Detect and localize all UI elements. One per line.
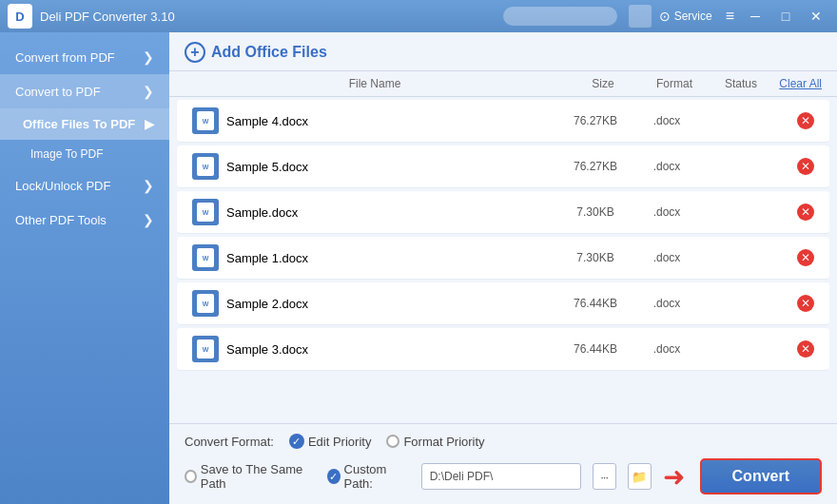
- clear-all-button[interactable]: Clear All: [774, 77, 822, 90]
- table-body: W Sample 4.docx 76.27KB .docx ✕ W Sample…: [169, 100, 837, 371]
- file-size: 76.44KB: [557, 342, 633, 356]
- docx-icon: W: [197, 294, 214, 313]
- sidebar-item-convert-to-pdf[interactable]: Convert to PDF ❯: [0, 74, 169, 108]
- file-table: File Name Size Format Status Clear All W…: [169, 71, 837, 423]
- file-icon: W: [192, 336, 219, 362]
- table-row: W Sample 3.docx 76.44KB .docx ✕: [177, 328, 829, 371]
- avatar: [629, 5, 652, 28]
- maximize-button[interactable]: □: [772, 6, 799, 27]
- sidebar-item-office-files-to-pdf[interactable]: Office Files To PDF ▶: [0, 108, 169, 140]
- remove-icon[interactable]: ✕: [797, 204, 814, 221]
- file-format: .docx: [633, 205, 700, 219]
- file-name-cell: W Sample 2.docx: [192, 290, 557, 317]
- file-name: Sample 2.docx: [226, 297, 308, 311]
- service-icon: ⊙: [659, 9, 671, 24]
- file-icon: W: [192, 290, 219, 317]
- col-header-name: File Name: [185, 77, 565, 90]
- custom-path-checkbox[interactable]: ✓: [327, 469, 341, 484]
- file-icon: W: [192, 107, 219, 134]
- folder-button[interactable]: 📁: [628, 463, 652, 490]
- file-format: .docx: [633, 342, 700, 356]
- custom-path-label: Custom Path:: [344, 462, 410, 491]
- folder-icon: 📁: [632, 470, 647, 484]
- table-row: W Sample.docx 7.30KB .docx ✕: [177, 191, 829, 234]
- remove-icon[interactable]: ✕: [797, 340, 814, 358]
- docx-icon: W: [197, 111, 214, 130]
- docx-icon: W: [197, 339, 214, 359]
- col-header-status: Status: [708, 77, 774, 90]
- table-row: W Sample 5.docx 76.27KB .docx ✕: [177, 145, 829, 188]
- arrow-right-icon: ➜: [663, 461, 685, 493]
- content-header: + Add Office Files: [169, 32, 837, 71]
- file-size: 76.27KB: [557, 114, 633, 127]
- custom-path-input[interactable]: [421, 463, 581, 490]
- dots-icon: ···: [600, 470, 608, 484]
- service-button[interactable]: ⊙ Service: [659, 9, 712, 24]
- browse-button[interactable]: ···: [593, 463, 616, 490]
- file-name-cell: W Sample 1.docx: [192, 244, 557, 271]
- menu-icon[interactable]: ≡: [726, 8, 734, 25]
- remove-icon[interactable]: ✕: [797, 158, 814, 175]
- file-icon: W: [192, 153, 219, 180]
- save-same-path-option[interactable]: Save to The Same Path: [185, 462, 316, 491]
- remove-icon[interactable]: ✕: [797, 295, 814, 312]
- add-files-button[interactable]: + Add Office Files: [185, 42, 327, 63]
- titlebar-controls: ⊙ Service ≡ ─ □ ✕: [503, 5, 829, 28]
- file-name: Sample 5.docx: [226, 160, 308, 174]
- sidebar-item-other-pdf-tools[interactable]: Other PDF Tools ❯: [0, 203, 169, 237]
- search-bar: [503, 7, 617, 26]
- remove-file-button[interactable]: ✕: [767, 249, 814, 266]
- table-row: W Sample 2.docx 76.44KB .docx ✕: [177, 282, 829, 325]
- sidebar-item-image-to-pdf[interactable]: Image To PDF: [0, 140, 169, 168]
- file-name: Sample 4.docx: [226, 114, 308, 128]
- file-icon: W: [192, 244, 219, 271]
- chevron-down-icon: ❯: [143, 212, 154, 227]
- docx-icon: W: [197, 157, 214, 176]
- close-button[interactable]: ✕: [803, 6, 829, 27]
- save-same-path-radio[interactable]: [185, 470, 197, 483]
- sidebar-item-lock-unlock-pdf[interactable]: Lock/Unlock PDF ❯: [0, 168, 169, 203]
- file-size: 76.27KB: [557, 160, 633, 173]
- minimize-button[interactable]: ─: [742, 6, 769, 27]
- remove-icon[interactable]: ✕: [797, 249, 814, 266]
- sidebar: Convert from PDF ❯ Convert to PDF ❯ Offi…: [0, 32, 169, 504]
- docx-icon: W: [197, 203, 214, 222]
- chevron-down-icon: ❯: [143, 49, 154, 65]
- arrow-right-icon: ▶: [145, 117, 154, 131]
- app-logo: D: [8, 4, 32, 29]
- remove-file-button[interactable]: ✕: [767, 112, 814, 129]
- remove-file-button[interactable]: ✕: [767, 204, 814, 221]
- remove-file-button[interactable]: ✕: [767, 295, 814, 312]
- file-format: .docx: [633, 160, 700, 173]
- sidebar-item-convert-from-pdf[interactable]: Convert from PDF ❯: [0, 40, 169, 74]
- format-priority-radio[interactable]: [386, 435, 399, 448]
- file-size: 7.30KB: [557, 205, 633, 219]
- edit-priority-option[interactable]: ✓ Edit Priority: [289, 434, 371, 449]
- edit-priority-checkbox[interactable]: ✓: [289, 434, 304, 449]
- convert-button[interactable]: Convert: [700, 458, 822, 494]
- remove-file-button[interactable]: ✕: [767, 158, 814, 175]
- file-name-cell: W Sample 3.docx: [192, 336, 557, 362]
- chevron-down-icon: ❯: [143, 84, 154, 99]
- custom-path-option[interactable]: ✓ Custom Path:: [327, 462, 410, 491]
- remove-file-button[interactable]: ✕: [767, 340, 814, 358]
- bottom-bar: Convert Format: ✓ Edit Priority Format P…: [169, 423, 837, 504]
- format-priority-label: Format Priority: [403, 435, 484, 449]
- file-size: 7.30KB: [557, 251, 633, 264]
- edit-priority-label: Edit Priority: [308, 435, 371, 449]
- content-area: + Add Office Files File Name Size Format…: [169, 32, 837, 504]
- file-format: .docx: [633, 297, 700, 310]
- file-name: Sample 3.docx: [226, 342, 308, 357]
- remove-icon[interactable]: ✕: [797, 112, 814, 129]
- file-format: .docx: [633, 251, 700, 264]
- file-name: Sample 1.docx: [226, 251, 308, 265]
- file-size: 76.44KB: [557, 297, 633, 310]
- convert-format-label: Convert Format:: [185, 435, 274, 449]
- main-layout: Convert from PDF ❯ Convert to PDF ❯ Offi…: [0, 32, 837, 504]
- titlebar: D Deli PDF Converter 3.10 ⊙ Service ≡ ─ …: [0, 0, 837, 32]
- arrow-indicator: ➜: [663, 461, 689, 493]
- app-title: Deli PDF Converter 3.10: [40, 10, 503, 24]
- docx-icon: W: [197, 248, 214, 267]
- file-name-cell: W Sample 4.docx: [192, 107, 557, 134]
- format-priority-option[interactable]: Format Priority: [386, 435, 484, 449]
